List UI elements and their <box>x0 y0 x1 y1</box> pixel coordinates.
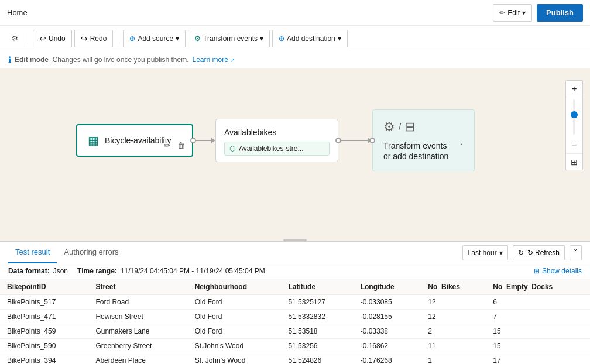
undo-button[interactable]: ↩ Undo <box>33 30 72 47</box>
zoom-slider-area <box>566 97 582 137</box>
stream-node-item: ⬡ Availablebikes-stre... <box>224 142 330 156</box>
top-bar: Home ✏ Edit ▾ Publish <box>0 0 590 26</box>
table-cell: 51.5332832 <box>281 310 353 324</box>
settings-icon: ⚙ <box>12 35 18 43</box>
redo-button[interactable]: ↪ Redo <box>74 30 114 47</box>
col-latitude: Latitude <box>281 279 353 295</box>
breadcrumb: Home <box>7 8 28 17</box>
zoom-in-button[interactable]: + <box>566 81 582 97</box>
arrow-2 <box>338 138 372 143</box>
learn-more-link[interactable]: Learn more ↗ <box>192 56 235 64</box>
connector-1 <box>193 138 215 143</box>
zoom-handle[interactable] <box>571 111 578 118</box>
table-cell: 1 <box>421 353 486 365</box>
table-cell: 6 <box>486 295 590 310</box>
connector-line-2 <box>338 140 368 141</box>
arrow-1 <box>193 138 215 143</box>
table-row: BikePoints_459Gunmakers LaneOld Ford51.5… <box>0 324 590 339</box>
table-cell: Old Ford <box>188 295 282 310</box>
more-options-button[interactable]: ˅ <box>570 245 582 260</box>
table-cell: -0.033085 <box>354 295 421 310</box>
flow-diagram: ▦ Bicycle-availability ✏ 🗑 Availablebike… <box>76 109 475 171</box>
col-longitude: Longitude <box>354 279 421 295</box>
table-cell: 12 <box>421 295 486 310</box>
connector-2 <box>338 138 372 143</box>
slash-separator: / <box>399 122 401 132</box>
undo-icon: ↩ <box>39 34 46 43</box>
tab-group: Test result Authoring errors <box>8 242 125 263</box>
destination-node[interactable]: ⚙ / ⊟ Transform events or add destinatio… <box>372 109 475 171</box>
canvas-resize-handle[interactable] <box>283 239 307 241</box>
source-node[interactable]: ▦ Bicycle-availability ✏ 🗑 <box>76 124 193 157</box>
stream-item-label: Availablebikes-stre... <box>239 145 304 153</box>
refresh-icon: ↻ <box>518 249 524 257</box>
table-row: BikePoints_394Aberdeen PlaceSt. John's W… <box>0 353 590 365</box>
zoom-fit-button[interactable]: ⊞ <box>566 153 582 170</box>
source-node-icon: ▦ <box>88 133 99 147</box>
zoom-controls: + − ⊞ <box>565 80 583 170</box>
transform-button[interactable]: ⚙ Transform events ▾ <box>188 30 270 47</box>
zoom-slider <box>573 99 575 135</box>
source-node-label: Bicycle-availability <box>105 136 171 145</box>
external-link-icon: ↗ <box>230 57 235 63</box>
info-icon: ℹ <box>8 55 11 64</box>
edit-button[interactable]: ✏ Edit ▾ <box>493 4 532 22</box>
add-destination-button[interactable]: ⊕ Add destination ▾ <box>272 30 348 47</box>
table-cell: Hewison Street <box>88 310 187 324</box>
show-details-link[interactable]: ⊞ Show details <box>534 267 582 275</box>
info-bar: ℹ Edit mode Changes will go live once yo… <box>0 51 590 68</box>
node-actions: ✏ 🗑 <box>163 140 186 151</box>
table-cell: 11 <box>421 339 486 353</box>
add-source-icon: ⊕ <box>129 35 135 43</box>
col-street: Street <box>88 279 187 295</box>
publish-button[interactable]: Publish <box>537 4 583 22</box>
table-cell: BikePoints_517 <box>0 295 88 310</box>
table-cell: Greenberry Street <box>88 339 187 353</box>
table-cell: -0.176268 <box>354 353 421 365</box>
delete-node-button[interactable]: 🗑 <box>176 140 186 151</box>
canvas: ▦ Bicycle-availability ✏ 🗑 Availablebike… <box>0 68 590 241</box>
time-range-dropdown[interactable]: Last hour ▾ <box>462 245 508 260</box>
bottom-tabs-bar: Test result Authoring errors Last hour ▾… <box>0 242 590 263</box>
table-row: BikePoints_590Greenberry StreetSt.John's… <box>0 339 590 353</box>
data-info-bar: Data format: Json Time range: 11/19/24 0… <box>0 263 590 279</box>
col-no-bikes: No_Bikes <box>421 279 486 295</box>
table-cell: St.John's Wood <box>188 339 282 353</box>
stream-node[interactable]: Availablebikes ⬡ Availablebikes-stre... <box>215 119 338 162</box>
toolbar: ⚙ ↩ Undo ↪ Redo ⊕ Add source ▾ ⚙ Transfo… <box>0 26 590 51</box>
refresh-button[interactable]: ↻ ↻ Refresh <box>513 245 565 260</box>
transform-icon: ⚙ <box>194 35 201 43</box>
tab-authoring-errors[interactable]: Authoring errors <box>57 242 125 263</box>
table-cell: Old Ford <box>188 324 282 339</box>
breadcrumb-area: Home <box>7 8 28 17</box>
table-cell: 2 <box>421 324 486 339</box>
table-cell: 17 <box>486 353 590 365</box>
info-message: Edit mode Changes will go live once you … <box>15 56 188 64</box>
data-table: BikepointID Street Neighbourhood Latitud… <box>0 279 590 364</box>
add-source-chevron: ▾ <box>176 35 179 43</box>
table-cell: -0.16862 <box>354 339 421 353</box>
table-cell: 15 <box>486 339 590 353</box>
destination-text: Transform events or add destination <box>383 140 455 162</box>
col-no-empty-docks: No_Empty_Docks <box>486 279 590 295</box>
add-source-button[interactable]: ⊕ Add source ▾ <box>123 30 186 47</box>
edit-node-button[interactable]: ✏ <box>163 140 171 151</box>
chevron-down-icon: ▾ <box>522 9 526 17</box>
destination-chevron-icon[interactable]: ˅ <box>459 142 464 151</box>
tab-test-result[interactable]: Test result <box>8 242 57 263</box>
col-bikepointid: BikepointID <box>0 279 88 295</box>
settings-button[interactable]: ⚙ <box>7 30 23 47</box>
zoom-out-button[interactable]: − <box>566 137 582 153</box>
table-cell: 51.53518 <box>281 324 353 339</box>
stream-icon: ⬡ <box>229 145 235 153</box>
top-bar-actions: ✏ Edit ▾ Publish <box>493 4 583 22</box>
table-cell: 15 <box>486 324 590 339</box>
table-header-row: BikepointID Street Neighbourhood Latitud… <box>0 279 590 295</box>
table-body: BikePoints_517Ford RoadOld Ford51.532512… <box>0 295 590 365</box>
table-cell: Gunmakers Lane <box>88 324 187 339</box>
table-icon: ⊞ <box>534 267 540 275</box>
add-destination-chevron: ▾ <box>338 35 341 43</box>
stream-node-title: Availablebikes <box>224 128 330 137</box>
redo-icon: ↪ <box>81 34 88 43</box>
dropdown-chevron-icon: ▾ <box>499 249 503 257</box>
